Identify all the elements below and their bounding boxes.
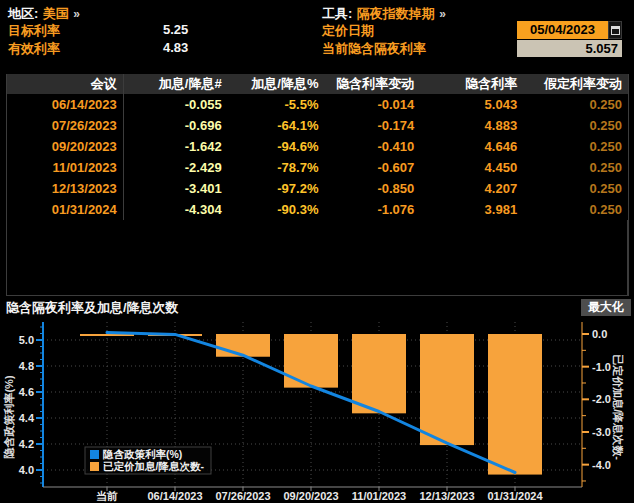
priced-moves-bar <box>284 334 338 388</box>
rates-chart: 5.04.84.64.44.24.00.0-1.0-2.0-3.0-4.0当前0… <box>0 297 634 503</box>
table-cell: 4.450 <box>420 157 523 178</box>
table-cell: -0.014 <box>324 94 420 115</box>
target-rate-label: 目标利率 <box>8 22 60 40</box>
chart-section: 5.04.84.64.44.24.00.0-1.0-2.0-3.0-4.0当前0… <box>0 297 634 503</box>
table-cell: 11/01/2023 <box>7 157 124 178</box>
effective-rate-value: 4.83 <box>163 40 188 55</box>
table-cell: 06/14/2023 <box>7 94 124 115</box>
x-tick-label: 01/31/2024 <box>487 490 543 502</box>
table-cell: -0.696 <box>124 115 228 136</box>
table-cell: 4.207 <box>420 178 523 199</box>
right-tick-label: -1.0 <box>592 361 611 373</box>
table-cell: 0.250 <box>523 157 628 178</box>
priced-moves-bar <box>420 334 474 445</box>
priced-moves-bar <box>352 334 406 413</box>
current-implied-input[interactable]: 5.057 <box>517 40 622 57</box>
column-header: 隐含利率变动 <box>324 74 420 94</box>
table-cell: -0.174 <box>324 115 420 136</box>
current-implied-label: 当前隐含隔夜利率 <box>322 40 426 58</box>
left-axis-title: 隐含政策利率(%) <box>3 375 15 458</box>
table-cell: 12/13/2023 <box>7 178 124 199</box>
meetings-table: 会议加息/降息#加息/降息%隐含利率变动隐含利率假定利率变动 06/14/202… <box>6 74 629 296</box>
table-cell: -0.410 <box>324 136 420 157</box>
table-header-row: 会议加息/降息#加息/降息%隐含利率变动隐含利率假定利率变动 <box>7 74 628 94</box>
table-cell: -5.5% <box>228 94 325 115</box>
priced-moves-bar <box>216 334 270 357</box>
table-cell: -1.642 <box>124 136 228 157</box>
region-chevron-icon[interactable]: » <box>73 7 80 21</box>
column-header: 会议 <box>7 74 124 94</box>
tool-value[interactable]: 隔夜指数掉期 <box>357 6 435 21</box>
table-cell: -1.076 <box>324 199 420 220</box>
table-cell: -3.401 <box>124 178 228 199</box>
table-cell: -0.607 <box>324 157 420 178</box>
column-header: 加息/降息% <box>228 74 325 94</box>
table-row[interactable]: 06/14/2023-0.055-5.5%-0.0145.0430.250 <box>7 94 628 115</box>
table-row[interactable]: 01/31/2024-4.304-90.3%-1.0763.9810.250 <box>7 199 628 220</box>
table-cell: 0.250 <box>523 136 628 157</box>
left-tick-label: 5.0 <box>19 334 34 346</box>
priced-moves-bar <box>488 334 542 475</box>
table-cell: -90.3% <box>228 199 325 220</box>
table-empty-area <box>124 220 628 295</box>
tool-chevron-icon[interactable]: » <box>439 7 446 21</box>
table-cell: -94.6% <box>228 136 325 157</box>
right-tick-label: 0.0 <box>592 328 607 340</box>
table-row[interactable]: 12/13/2023-3.401-97.2%-0.8504.2070.250 <box>7 178 628 199</box>
legend-bar-swatch <box>90 462 99 471</box>
chart-title: 隐含隔夜利率及加息/降息次数 <box>6 299 179 317</box>
region-label: 地区: <box>8 6 38 21</box>
table-body: 06/14/2023-0.055-5.5%-0.0145.0430.25007/… <box>7 94 628 220</box>
left-tick-label: 4.4 <box>19 412 35 424</box>
table-cell: 0.250 <box>523 199 628 220</box>
x-tick-label: 12/13/2023 <box>419 490 474 502</box>
target-rate-value: 5.25 <box>163 22 188 37</box>
region-row: 地区: 美国 » <box>8 4 80 23</box>
tool-row: 工具: 隔夜指数掉期 » <box>322 4 446 23</box>
wirp-screen: 地区: 美国 » 工具: 隔夜指数掉期 » 目标利率 5.25 有效利率 4.8… <box>0 0 634 503</box>
table-cell: -4.304 <box>124 199 228 220</box>
right-axis-title: 已定价加息/降息次数- <box>612 354 624 460</box>
table-cell: -64.1% <box>228 115 325 136</box>
table-cell: 09/20/2023 <box>7 136 124 157</box>
column-header: 加息/降息# <box>124 74 228 94</box>
legend-line-label: 隐含政策利率(%) <box>103 448 182 460</box>
table-cell: -97.2% <box>228 178 325 199</box>
table-cell: -78.7% <box>228 157 325 178</box>
x-tick-label: 11/01/2023 <box>352 490 406 502</box>
pricing-date-label: 定价日期 <box>322 22 374 40</box>
effective-rate-label: 有效利率 <box>8 40 60 58</box>
column-header: 假定利率变动 <box>523 74 628 94</box>
table-row[interactable]: 09/20/2023-1.642-94.6%-0.4104.6460.250 <box>7 136 628 157</box>
table-cell: -0.850 <box>324 178 420 199</box>
x-tick-label: 当前 <box>96 490 118 502</box>
table-cell: -0.055 <box>124 94 228 115</box>
left-tick-label: 4.0 <box>19 464 34 476</box>
table-cell: 0.250 <box>523 115 628 136</box>
right-tick-label: -2.0 <box>592 393 611 405</box>
table-row[interactable]: 11/01/2023-2.429-78.7%-0.6074.4500.250 <box>7 157 628 178</box>
region-value[interactable]: 美国 <box>43 6 69 21</box>
maximize-button[interactable]: 最大化 <box>581 299 631 316</box>
tool-label: 工具: <box>322 6 352 21</box>
calendar-icon[interactable] <box>608 21 622 39</box>
table-cell: 07/26/2023 <box>7 115 124 136</box>
table-cell: -2.429 <box>124 157 228 178</box>
x-tick-label: 07/26/2023 <box>215 490 270 502</box>
table-cell: 4.883 <box>420 115 523 136</box>
table-row[interactable]: 07/26/2023-0.696-64.1%-0.1744.8830.250 <box>7 115 628 136</box>
column-header: 隐含利率 <box>420 74 523 94</box>
table-cell: 3.981 <box>420 199 523 220</box>
table-cell: 0.250 <box>523 94 628 115</box>
table-cell: 4.646 <box>420 136 523 157</box>
right-tick-label: -3.0 <box>592 426 611 438</box>
left-tick-label: 4.6 <box>19 386 34 398</box>
legend-bar-label: 已定价加息/降息次数- <box>103 460 204 473</box>
left-tick-label: 4.8 <box>19 360 34 372</box>
right-tick-label: -4.0 <box>592 459 611 471</box>
pricing-date-input[interactable]: 05/04/2023 <box>517 21 608 39</box>
legend-line-swatch <box>90 450 99 459</box>
x-tick-label: 09/20/2023 <box>283 490 338 502</box>
table-cell: 5.043 <box>420 94 523 115</box>
table-cell: 0.250 <box>523 178 628 199</box>
